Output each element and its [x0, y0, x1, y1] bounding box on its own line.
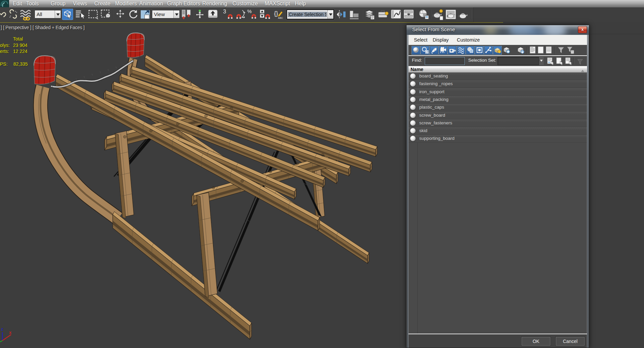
select-by-name-icon[interactable]	[75, 9, 86, 20]
select-and-move-icon[interactable]	[115, 9, 126, 20]
toolbar-separator	[193, 10, 194, 19]
schematic-view-icon[interactable]	[403, 9, 415, 21]
display-helpers-icon[interactable]	[448, 46, 457, 55]
selection-set-combo[interactable]	[497, 57, 539, 65]
menu-graph-editors[interactable]: Graph Editors	[167, 0, 200, 7]
display-groups-icon[interactable]	[466, 46, 475, 55]
list-header[interactable]: Name	[409, 67, 587, 73]
layer-manager-icon[interactable]	[364, 9, 375, 20]
list-item-plastic_caps[interactable]: plastic_caps	[409, 104, 587, 111]
active-viewport-border	[0, 22, 503, 23]
named-selection-set-combo[interactable]: Create Selection Se	[286, 9, 334, 19]
select-and-manipulate-icon[interactable]	[195, 9, 205, 20]
menu-modifiers[interactable]: Modifiers	[115, 0, 137, 7]
display-geometry-icon[interactable]	[412, 46, 420, 55]
selection-set-dropdown-arrow-icon[interactable]	[539, 57, 544, 65]
list-item-label: metal_packing	[419, 97, 448, 102]
filter-icon[interactable]	[557, 46, 565, 54]
use-pivot-point-center-icon[interactable]	[180, 9, 193, 21]
edit-named-selection-sets-icon[interactable]: {} ABC	[274, 9, 284, 20]
align-icon[interactable]	[349, 9, 360, 20]
geometry-object-icon	[410, 97, 416, 102]
find-input[interactable]	[425, 57, 465, 65]
display-shapes-icon[interactable]	[421, 46, 429, 55]
menu-group[interactable]: Group	[51, 0, 65, 7]
stats-polys-label: olys:	[0, 43, 10, 48]
display-hidden-objects-icon[interactable]	[517, 46, 525, 54]
menu-tools[interactable]: Tools	[26, 0, 39, 7]
window-crossing-icon[interactable]	[100, 9, 111, 20]
list-item-fastening _ropes[interactable]: fastening _ropes	[409, 80, 587, 88]
menu-customize[interactable]: Customize	[232, 0, 258, 7]
material-editor-icon[interactable]	[418, 9, 430, 21]
toolbar-separator	[362, 10, 363, 19]
world-axis-tripod: z x	[0, 322, 20, 348]
angle-snap-icon[interactable]	[235, 9, 246, 21]
toolbox-icon[interactable]	[378, 9, 390, 21]
menu-animation[interactable]: Animation	[139, 0, 163, 7]
display-lights-icon[interactable]	[430, 46, 438, 55]
rendered-frame-window-icon[interactable]	[445, 9, 457, 21]
selection-filter-combo[interactable]: All	[35, 10, 61, 18]
dropdown-arrow-icon[interactable]	[173, 10, 179, 18]
bind-to-space-warp-icon[interactable]	[19, 9, 32, 21]
close-icon[interactable]: x	[578, 26, 587, 33]
viewport-label[interactable]: ] [ Perspective ] [ Shaded + Edged Faces…	[1, 25, 85, 30]
menu-maxscript[interactable]: MAXScript	[265, 0, 290, 7]
menu-views[interactable]: Views	[73, 0, 87, 7]
add-selected-to-set-icon[interactable]	[565, 57, 573, 65]
filter-combinations-icon[interactable]	[576, 57, 584, 65]
filter-selected-icon[interactable]	[566, 46, 574, 54]
list-item-board_seating[interactable]: board_seating	[409, 72, 587, 80]
unlink-selection-icon[interactable]	[9, 9, 19, 20]
application-icon[interactable]	[0, 0, 9, 7]
dialog-menu-select[interactable]: Select	[414, 35, 427, 45]
mirror-icon[interactable]	[337, 9, 347, 20]
toolbar-separator	[471, 10, 472, 19]
dropdown-arrow-icon[interactable]	[327, 10, 333, 19]
menu-edit[interactable]: Edit	[13, 0, 22, 7]
keyboard-override-icon[interactable]	[208, 9, 218, 20]
edit-selection-set-icon[interactable]	[546, 57, 554, 65]
column-view-icon[interactable]	[537, 46, 545, 54]
select-object-icon[interactable]	[62, 9, 73, 20]
display-frozen-objects-icon[interactable]	[502, 46, 511, 54]
menu-help[interactable]: Help	[295, 0, 306, 7]
cancel-button[interactable]: Cancel	[556, 337, 585, 346]
display-cameras-icon[interactable]	[439, 46, 447, 55]
list-item-supporting_board[interactable]: supporting_board	[409, 135, 587, 142]
display-xrefs-icon[interactable]	[475, 46, 484, 55]
menu-rendering[interactable]: Rendering	[202, 0, 227, 7]
curve-editor-icon[interactable]	[390, 9, 402, 21]
display-bones-icon[interactable]	[484, 46, 493, 55]
toolbar-separator	[376, 10, 377, 19]
dropdown-arrow-icon[interactable]	[55, 10, 61, 18]
snap-toggle-3d-icon[interactable]: 3	[223, 9, 234, 21]
select-and-link-icon[interactable]	[0, 9, 7, 20]
list-item-screw_board[interactable]: screw_board	[409, 112, 587, 119]
list-item-screw_fasteners[interactable]: screw_fasteners	[409, 119, 587, 127]
display-space-warps-icon[interactable]	[457, 46, 466, 55]
list-item-metal_packing[interactable]: metal_packing	[409, 96, 587, 104]
dialog-menu-display[interactable]: Display	[433, 35, 449, 45]
detail-view-icon[interactable]	[545, 46, 553, 54]
ok-button[interactable]: OK	[522, 337, 550, 346]
reference-coordinate-system-combo[interactable]: View	[152, 10, 180, 18]
menu-create[interactable]: Create	[94, 0, 110, 7]
rectangular-selection-icon[interactable]	[88, 9, 99, 20]
select-and-scale-icon[interactable]	[140, 9, 151, 20]
list-view-icon[interactable]	[529, 46, 537, 54]
display-containers-icon[interactable]	[493, 46, 502, 55]
select-and-rotate-icon[interactable]	[127, 9, 138, 20]
dialog-menu-customize[interactable]: Customize	[457, 35, 480, 45]
render-setup-icon[interactable]	[432, 9, 444, 21]
svg-text:ABC: ABC	[278, 16, 283, 19]
dialog-toolbar-separator	[527, 47, 527, 54]
spinner-snap-icon[interactable]	[259, 9, 270, 21]
percent-snap-icon[interactable]: %	[247, 9, 258, 21]
render-production-icon[interactable]	[458, 9, 469, 21]
list-item-iron_support[interactable]: iron_support	[409, 88, 587, 96]
axis-z-label: z	[1, 327, 3, 332]
list-item-skid[interactable]: skid	[409, 127, 587, 135]
select-objects-in-set-icon[interactable]	[555, 57, 564, 65]
